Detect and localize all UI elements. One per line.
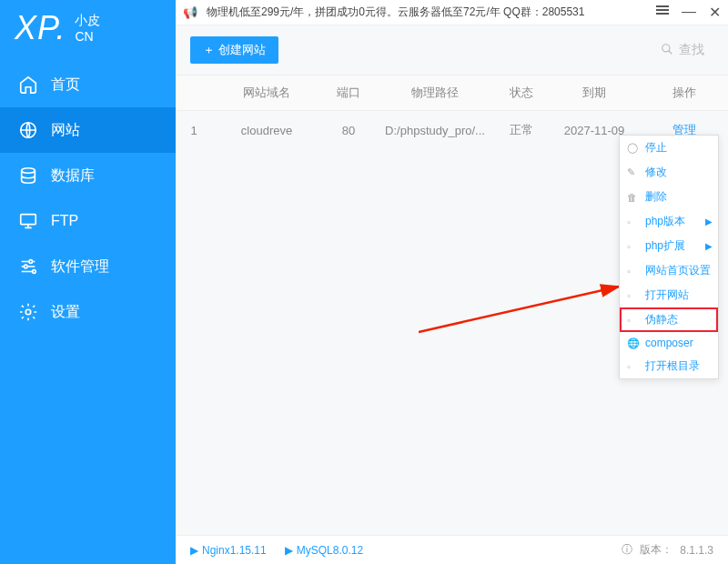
- chevron-right-icon: ▶: [705, 217, 713, 227]
- svg-point-1: [22, 168, 35, 174]
- logo-text: XP.: [15, 9, 66, 47]
- minimize-button[interactable]: —: [682, 4, 696, 21]
- toolbar: ＋ 创建网站 查找: [176, 25, 728, 75]
- table-header: 网站域名 端口 物理路径 状态 到期 操作: [176, 75, 728, 111]
- database-icon: [18, 166, 38, 186]
- svg-point-7: [662, 44, 670, 51]
- ctx-composer[interactable]: 🌐composer: [620, 332, 718, 354]
- menu-icon[interactable]: [656, 4, 669, 21]
- nav: 首页 网站 数据库 FTP 软件管理 设置: [0, 62, 176, 564]
- sidebar-item-label: 设置: [51, 303, 80, 322]
- sidebar-item-website[interactable]: 网站: [0, 107, 176, 153]
- stop-icon: ◯: [627, 142, 640, 154]
- dot-icon: ◦: [627, 217, 640, 227]
- sidebar-item-home[interactable]: 首页: [0, 62, 176, 107]
- window-controls: — ✕: [656, 4, 721, 21]
- logo: XP. 小皮 CN: [0, 0, 176, 62]
- col-status: 状态: [494, 85, 549, 101]
- sidebar-item-label: 首页: [51, 76, 80, 95]
- search-label: 查找: [679, 42, 704, 58]
- svg-point-6: [25, 309, 31, 315]
- ctx-open-root[interactable]: ◦打开根目录: [620, 354, 718, 378]
- play-icon: ▶: [190, 544, 198, 557]
- service-nginx[interactable]: ▶Nginx1.15.11: [190, 544, 267, 557]
- home-icon: [18, 75, 38, 95]
- globe-icon: 🌐: [627, 337, 640, 349]
- sidebar-item-label: 数据库: [51, 166, 95, 186]
- svg-point-4: [24, 265, 27, 268]
- promo-text: 物理机低至299元/年，拼团成功0元得。云服务器低至72元/年 QQ群：2805…: [201, 5, 656, 20]
- svg-point-5: [33, 270, 36, 274]
- sliders-icon: [18, 257, 38, 277]
- sidebar-item-settings[interactable]: 设置: [0, 289, 176, 335]
- dot-icon: ◦: [627, 241, 640, 252]
- ctx-php-ext[interactable]: ◦php扩展▶: [620, 234, 718, 258]
- col-expire: 到期: [549, 85, 640, 101]
- search-box[interactable]: 查找: [661, 42, 713, 58]
- ctx-pseudo-static[interactable]: ◦伪静态: [620, 307, 718, 332]
- info-icon[interactable]: ⓘ: [622, 542, 632, 558]
- service-mysql[interactable]: ▶MySQL8.0.12: [285, 544, 363, 557]
- sidebar-item-database[interactable]: 数据库: [0, 153, 176, 198]
- ftp-icon: [18, 211, 38, 231]
- ctx-open-site[interactable]: ◦打开网站: [620, 283, 718, 307]
- ctx-php-version[interactable]: ◦php版本▶: [620, 209, 718, 234]
- ctx-homepage[interactable]: ◦网站首页设置: [620, 258, 718, 283]
- close-button[interactable]: ✕: [709, 4, 721, 21]
- logo-cn: 小皮 CN: [75, 12, 100, 45]
- svg-point-3: [29, 260, 33, 264]
- sidebar-item-label: FTP: [51, 213, 78, 229]
- col-port: 端口: [321, 85, 376, 101]
- statusbar: ▶Nginx1.15.11 ▶MySQL8.0.12 ⓘ 版本：8.1.1.3: [176, 535, 728, 564]
- speaker-icon: 📢: [183, 5, 197, 19]
- sidebar-item-ftp[interactable]: FTP: [0, 198, 176, 244]
- dot-icon: ◦: [627, 290, 640, 301]
- edit-icon: ✎: [627, 166, 640, 178]
- create-website-button[interactable]: ＋ 创建网站: [190, 36, 278, 64]
- ctx-edit[interactable]: ✎修改: [620, 160, 718, 185]
- dot-icon: ◦: [627, 361, 640, 372]
- ctx-stop[interactable]: ◯停止: [620, 136, 718, 160]
- ctx-delete[interactable]: 🗑删除: [620, 185, 718, 209]
- version-label: 版本：: [640, 542, 672, 558]
- sidebar: XP. 小皮 CN 首页 网站 数据库 FTP: [0, 0, 176, 564]
- play-icon: ▶: [285, 544, 293, 557]
- context-menu: ◯停止 ✎修改 🗑删除 ◦php版本▶ ◦php扩展▶ ◦网站首页设置 ◦打开网…: [619, 135, 719, 379]
- dot-icon: ◦: [627, 266, 640, 277]
- sidebar-item-label: 软件管理: [51, 257, 109, 277]
- col-path: 物理路径: [376, 85, 494, 101]
- sidebar-item-software[interactable]: 软件管理: [0, 244, 176, 289]
- row-path: D:/phpstudy_pro/...: [376, 124, 494, 137]
- row-status: 正常: [494, 122, 549, 138]
- row-domain: cloudreve: [212, 124, 321, 137]
- svg-rect-2: [21, 215, 36, 225]
- gear-icon: [18, 302, 38, 322]
- globe-icon: [18, 120, 38, 140]
- row-num: 1: [176, 124, 212, 137]
- col-action: 操作: [640, 85, 728, 101]
- topbar: 📢 物理机低至299元/年，拼团成功0元得。云服务器低至72元/年 QQ群：28…: [176, 0, 728, 25]
- sidebar-item-label: 网站: [51, 121, 80, 140]
- chevron-right-icon: ▶: [705, 241, 713, 251]
- trash-icon: 🗑: [627, 192, 640, 203]
- row-port: 80: [321, 124, 376, 137]
- search-icon: [661, 43, 673, 58]
- dot-icon: ◦: [627, 315, 640, 326]
- col-domain: 网站域名: [212, 85, 321, 101]
- version: 8.1.1.3: [680, 544, 713, 557]
